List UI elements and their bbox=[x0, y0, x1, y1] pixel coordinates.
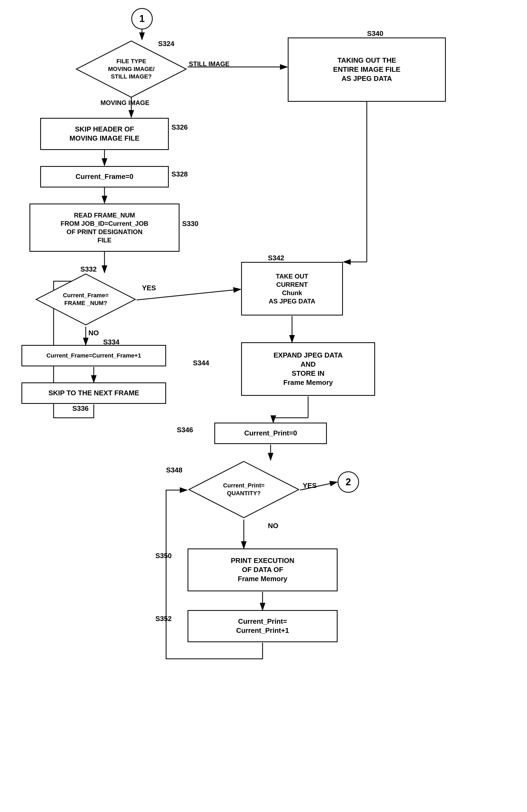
rect-s328: Current_Frame=0 bbox=[40, 166, 169, 187]
rect-s330: READ FRAME_NUMFROM JOB_ID=Current_JOBOF … bbox=[29, 204, 180, 252]
step-label-s330: S330 bbox=[182, 220, 199, 228]
step-label-s334: S334 bbox=[103, 338, 119, 346]
end-circle-label: 2 bbox=[346, 476, 351, 488]
flowchart: 1 S324 FILE TYPEMOVING IMAGE/STILL IMAGE… bbox=[0, 0, 527, 812]
diamond-s322: FILE TYPEMOVING IMAGE/STILL IMAGE? bbox=[75, 40, 187, 99]
still-image-label: STILL IMAGE bbox=[189, 60, 230, 68]
step-label-s332: S332 bbox=[80, 265, 97, 273]
step-label-s344: S344 bbox=[193, 359, 209, 367]
step-label-s336: S336 bbox=[72, 404, 89, 413]
end-circle-2: 2 bbox=[338, 472, 359, 493]
rect-s352: Current_Print=Current_Print+1 bbox=[187, 610, 338, 642]
diamond-s322-text: FILE TYPEMOVING IMAGE/STILL IMAGE? bbox=[108, 58, 155, 81]
diamond-s348-text: Current_Print=QUANTITY? bbox=[223, 482, 265, 497]
rect-s340: TAKING OUT THEENTIRE IMAGE FILEAS JPEG D… bbox=[288, 38, 446, 102]
step-label-s350: S350 bbox=[155, 552, 172, 560]
diamond-s332: Current_Frame=FRAME _NUM? bbox=[35, 273, 137, 326]
step-label-s348: S348 bbox=[166, 466, 183, 474]
yes-label-s348: YES bbox=[303, 481, 317, 490]
no-label-s332: NO bbox=[88, 329, 99, 337]
rect-s350: PRINT EXECUTIONOF DATA OFFrame Memory bbox=[187, 549, 338, 591]
rect-s326: SKIP HEADER OFMOVING IMAGE FILE bbox=[40, 118, 169, 150]
rect-s342: TAKE OUTCURRENTChunkAS JPEG DATA bbox=[241, 262, 343, 316]
yes-label-s332: YES bbox=[142, 284, 156, 292]
step-label-s340: S340 bbox=[367, 29, 383, 38]
rect-s334: Current_Frame=Current_Frame+1 bbox=[22, 345, 166, 366]
rect-s346: Current_Print=0 bbox=[214, 423, 327, 444]
diamond-s348: Current_Print=QUANTITY? bbox=[187, 460, 300, 519]
step-label-s346: S346 bbox=[177, 426, 193, 434]
start-circle-1: 1 bbox=[131, 8, 153, 29]
rect-s344: EXPAND JPEG DATAANDSTORE INFrame Memory bbox=[241, 342, 375, 396]
no-label-s348: NO bbox=[268, 522, 279, 530]
start-circle-label: 1 bbox=[139, 13, 145, 24]
step-label-s342: S342 bbox=[268, 254, 284, 262]
step-label-s328: S328 bbox=[171, 170, 188, 178]
diamond-s332-text: Current_Frame=FRAME _NUM? bbox=[63, 292, 109, 307]
step-label-s352: S352 bbox=[155, 614, 172, 623]
step-label-s326: S326 bbox=[171, 123, 188, 131]
rect-s336: SKIP TO THE NEXT FRAME bbox=[22, 382, 166, 404]
moving-image-label: MOVING IMAGE bbox=[100, 99, 149, 106]
